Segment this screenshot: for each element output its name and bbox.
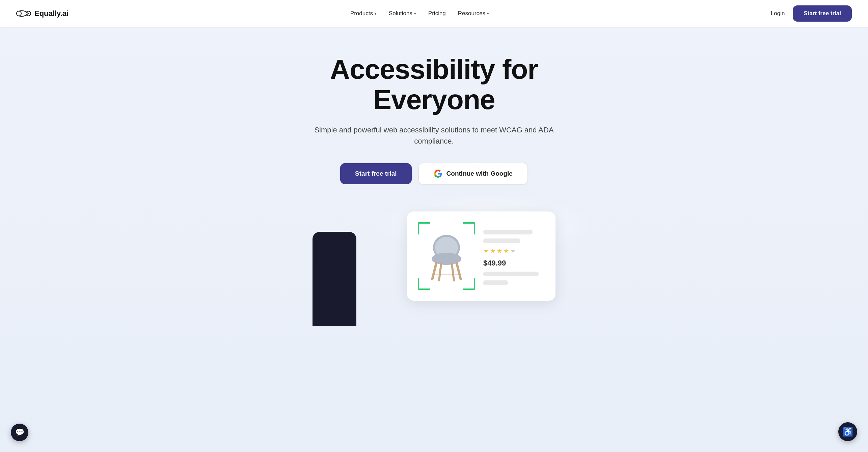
chevron-down-icon: ▾	[487, 11, 489, 16]
svg-line-5	[432, 263, 436, 279]
logo-icon	[16, 9, 31, 18]
accessibility-icon: ♿	[842, 427, 853, 437]
hero-title: Accessibility for Everyone	[282, 54, 586, 115]
nav-right: Login Start free trial	[771, 5, 852, 22]
hero-buttons: Start free trial Continue with Google	[340, 163, 528, 184]
navbar: Equally.ai Products ▾ Solutions ▾ Pricin…	[0, 0, 868, 27]
bracket-top-right	[463, 222, 475, 234]
star-2: ★	[490, 247, 495, 255]
logo[interactable]: Equally.ai	[16, 9, 69, 18]
skeleton-desc-1	[483, 272, 539, 276]
card-info: ★ ★ ★ ★ ★ $49.99	[483, 222, 545, 290]
accessibility-widget[interactable]: ♿	[838, 422, 857, 441]
nav-start-trial-button[interactable]: Start free trial	[793, 5, 852, 22]
phone-silhouette	[313, 232, 356, 326]
star-3: ★	[497, 247, 502, 255]
star-1: ★	[483, 247, 489, 255]
star-5: ★	[510, 247, 516, 255]
chevron-down-icon: ▾	[375, 11, 377, 16]
hero-google-button[interactable]: Continue with Google	[418, 163, 528, 184]
demo-area: ★ ★ ★ ★ ★ $49.99	[0, 205, 868, 320]
skeleton-desc-2	[483, 280, 508, 285]
nav-solutions[interactable]: Solutions ▾	[389, 10, 416, 17]
skeleton-subtitle	[483, 238, 520, 243]
svg-line-7	[439, 264, 441, 280]
nav-products[interactable]: Products ▾	[350, 10, 377, 17]
bracket-bottom-left	[418, 278, 430, 290]
hero-section: Accessibility for Everyone Simple and po…	[0, 27, 868, 452]
hero-start-trial-button[interactable]: Start free trial	[340, 163, 412, 184]
nav-resources[interactable]: Resources ▾	[458, 10, 489, 17]
svg-line-6	[457, 263, 461, 279]
login-button[interactable]: Login	[771, 10, 785, 17]
chat-icon: 💬	[15, 428, 24, 437]
bracket-bottom-right	[463, 278, 475, 290]
nav-links: Products ▾ Solutions ▾ Pricing Resources…	[350, 10, 489, 17]
svg-line-8	[452, 264, 454, 280]
skeleton-title	[483, 230, 533, 234]
card-image-area	[418, 222, 475, 290]
product-price: $49.99	[483, 259, 545, 268]
chat-widget[interactable]: 💬	[11, 424, 28, 441]
hero-subtitle: Simple and powerful web accessibility so…	[313, 124, 555, 147]
chair-image	[426, 229, 467, 283]
svg-point-0	[17, 11, 21, 16]
nav-pricing[interactable]: Pricing	[428, 10, 446, 17]
chevron-down-icon: ▾	[414, 11, 416, 16]
product-card: ★ ★ ★ ★ ★ $49.99	[407, 211, 555, 301]
star-rating: ★ ★ ★ ★ ★	[483, 247, 545, 255]
bracket-top-left	[418, 222, 430, 234]
google-icon	[434, 169, 442, 178]
star-4: ★	[504, 247, 509, 255]
